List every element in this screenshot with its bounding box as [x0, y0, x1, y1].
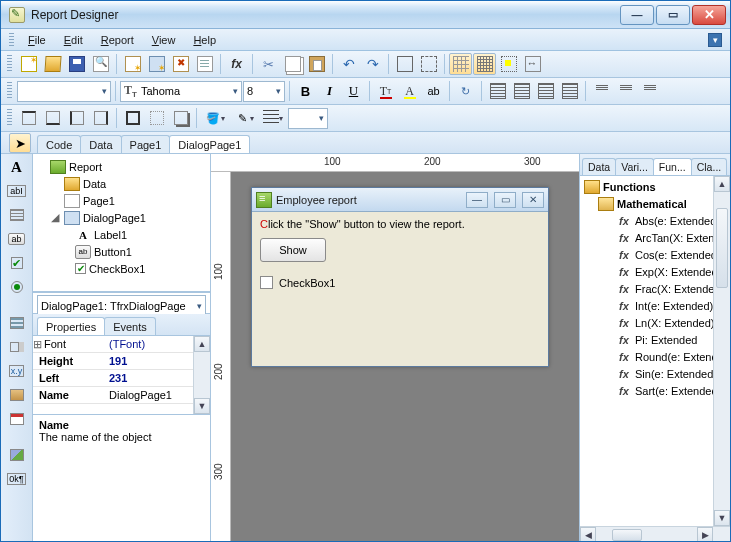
menu-view[interactable]: View — [146, 32, 182, 48]
tab-events[interactable]: Events — [104, 317, 156, 335]
redo-button[interactable] — [361, 53, 384, 75]
scroll-thumb[interactable] — [612, 529, 642, 541]
dialog-close-button[interactable]: ✕ — [522, 192, 544, 208]
bevel-tool[interactable]: 0k¶ — [5, 468, 29, 490]
frame-bottom-button[interactable] — [41, 107, 64, 129]
tab-right-data[interactable]: Data — [582, 158, 616, 175]
dialog-show-button[interactable]: Show — [260, 238, 326, 262]
align-justify-button[interactable] — [558, 80, 581, 102]
cond-highlight-button[interactable]: ab — [422, 80, 445, 102]
cut-button[interactable] — [257, 53, 280, 75]
date-tool[interactable] — [5, 408, 29, 430]
frame-none-button[interactable] — [145, 107, 168, 129]
font-color-button[interactable]: TT — [374, 80, 397, 102]
scroll-left-icon[interactable]: ◀ — [580, 527, 596, 542]
functions-tree[interactable]: Functions Mathematical fxAbs(e: Extended… — [580, 176, 730, 542]
align-center-button[interactable] — [510, 80, 533, 102]
right-scrollbar-horizontal[interactable]: ◀ ▶ — [580, 526, 730, 542]
tree-button1[interactable]: abButton1 — [35, 243, 208, 260]
frame-left-button[interactable] — [65, 107, 88, 129]
open-button[interactable] — [41, 53, 64, 75]
image-tool[interactable] — [5, 444, 29, 466]
fn-item[interactable]: fxSart(e: Extended — [580, 382, 730, 399]
tree-data[interactable]: Data — [35, 175, 208, 192]
panel-tool[interactable]: x.y — [5, 360, 29, 382]
scroll-up-icon[interactable]: ▲ — [194, 336, 210, 352]
design-canvas[interactable]: Employee report — ▭ ✕ Click the "Show" b… — [231, 172, 579, 542]
bold-button[interactable]: B — [294, 80, 317, 102]
fn-item[interactable]: fxFrac(X: Extended — [580, 280, 730, 297]
fn-item[interactable]: fxArcTan(X: Exten — [580, 229, 730, 246]
edit-tool[interactable]: abI — [5, 180, 29, 202]
checkbox-tool[interactable]: ✔ — [5, 252, 29, 274]
fn-item[interactable]: fxAbs(e: Extended) — [580, 212, 730, 229]
rotate-button[interactable]: ↻ — [454, 80, 477, 102]
valign-bottom-button[interactable] — [638, 80, 661, 102]
tree-page1[interactable]: Page1 — [35, 192, 208, 209]
tab-code[interactable]: Code — [37, 135, 81, 153]
variables-button[interactable]: fx — [225, 53, 248, 75]
prop-row-left[interactable]: Left231 — [33, 370, 210, 387]
dialog-checkbox1[interactable]: CheckBox1 — [260, 276, 540, 289]
scroll-down-icon[interactable]: ▼ — [714, 510, 730, 526]
frame-right-button[interactable] — [89, 107, 112, 129]
tree-dialogpage1[interactable]: ◢DialogPage1 — [35, 209, 208, 226]
listbox-tool[interactable] — [5, 312, 29, 334]
collapse-icon[interactable]: ◢ — [49, 211, 61, 224]
ungroup-button[interactable] — [417, 53, 440, 75]
button-tool[interactable]: ab — [5, 228, 29, 250]
underline-button[interactable]: U — [342, 80, 365, 102]
align-right-button[interactable] — [534, 80, 557, 102]
dialog-form[interactable]: Employee report — ▭ ✕ Click the "Show" b… — [251, 187, 549, 367]
menu-overflow-icon[interactable]: ▾ — [708, 33, 722, 47]
tree-report[interactable]: Report — [35, 158, 208, 175]
tab-right-functions[interactable]: Fun... — [653, 158, 692, 175]
scroll-down-icon[interactable]: ▼ — [194, 398, 210, 414]
new-page-button[interactable] — [121, 53, 144, 75]
new-button[interactable] — [17, 53, 40, 75]
tab-right-classes[interactable]: Cla... — [691, 158, 728, 175]
highlight-button[interactable]: A — [398, 80, 421, 102]
frame-color-button[interactable]: ✎▾ — [230, 107, 258, 129]
combobox-tool[interactable] — [5, 336, 29, 358]
valign-top-button[interactable] — [590, 80, 613, 102]
menu-help[interactable]: Help — [187, 32, 222, 48]
radio-tool[interactable] — [5, 276, 29, 298]
tab-right-variables[interactable]: Vari... — [615, 158, 654, 175]
fn-root[interactable]: Functions — [580, 178, 730, 195]
fit-grid-button[interactable] — [497, 53, 520, 75]
show-grid-button[interactable] — [449, 53, 472, 75]
groupbox-tool[interactable] — [5, 384, 29, 406]
fn-item[interactable]: fxExp(X: Extended — [580, 263, 730, 280]
align-left-button[interactable] — [486, 80, 509, 102]
save-button[interactable] — [65, 53, 88, 75]
prop-row-name[interactable]: NameDialogPage1 — [33, 387, 210, 404]
dialog-titlebar[interactable]: Employee report — ▭ ✕ — [252, 188, 548, 212]
tab-data[interactable]: Data — [80, 135, 121, 153]
tree-checkbox1[interactable]: ✔CheckBox1 — [35, 260, 208, 277]
frame-style-button[interactable]: ▾ — [259, 107, 287, 129]
group-button[interactable] — [393, 53, 416, 75]
new-dialog-button[interactable] — [145, 53, 168, 75]
frame-shadow-button[interactable] — [169, 107, 192, 129]
object-selector[interactable]: DialogPage1: TfrxDialogPage▾ — [37, 295, 206, 316]
menu-edit[interactable]: Edit — [58, 32, 89, 48]
dialog-minimize-button[interactable]: — — [466, 192, 488, 208]
fill-color-button[interactable]: 🪣▾ — [201, 107, 229, 129]
tab-dialogpage1[interactable]: DialogPage1 — [169, 135, 250, 153]
fn-item[interactable]: fxPi: Extended — [580, 331, 730, 348]
page-setup-button[interactable] — [193, 53, 216, 75]
property-grid[interactable]: Font(TFont) Height191 Left231 NameDialog… — [33, 336, 210, 414]
maximize-button[interactable]: ▭ — [656, 5, 690, 25]
scroll-right-icon[interactable]: ▶ — [697, 527, 713, 542]
right-scrollbar-vertical[interactable]: ▲ ▼ — [713, 176, 730, 526]
dialog-maximize-button[interactable]: ▭ — [494, 192, 516, 208]
fn-item[interactable]: fxCos(e: Extended) — [580, 246, 730, 263]
menu-file[interactable]: File — [22, 32, 52, 48]
pointer-tool-button[interactable]: ➤ — [9, 133, 31, 153]
frame-top-button[interactable] — [17, 107, 40, 129]
prop-row-height[interactable]: Height191 — [33, 353, 210, 370]
align-grid-button[interactable] — [473, 53, 496, 75]
valign-middle-button[interactable] — [614, 80, 637, 102]
style-combo[interactable]: ▾ — [17, 81, 111, 102]
